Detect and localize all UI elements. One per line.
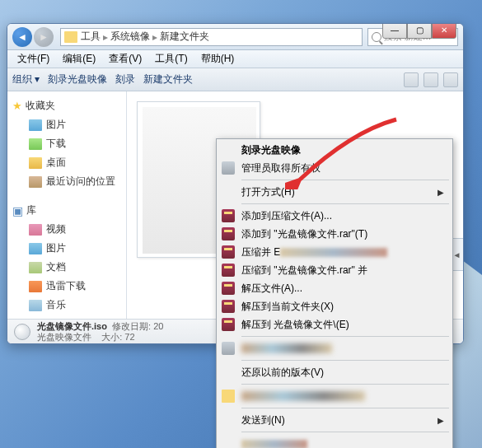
videos-icon [29, 224, 42, 236]
ctx-blur-2[interactable] [218, 387, 451, 405]
disc-icon [14, 324, 30, 340]
organize-button[interactable]: 组织 ▾ [12, 72, 40, 86]
shield-icon [222, 161, 235, 175]
rar-icon [222, 209, 235, 222]
sidebar-item-music[interactable]: 音乐 [7, 296, 126, 315]
ctx-restore[interactable]: 还原以前的版本(V) [218, 363, 451, 381]
toolbar: 组织 ▾ 刻录光盘映像 刻录 新建文件夹 [7, 68, 463, 91]
star-icon: ★ [12, 100, 22, 112]
search-icon [372, 32, 381, 42]
window-controls: — ▢ ✕ [382, 23, 456, 39]
rar-icon [222, 300, 235, 313]
preview-pane-icon[interactable] [424, 72, 438, 87]
new-folder-button[interactable]: 新建文件夹 [143, 72, 193, 86]
view-icon[interactable] [404, 72, 419, 87]
pictures-icon [29, 119, 42, 131]
menu-file[interactable]: 文件(F) [11, 52, 56, 66]
library-icon: ▣ [12, 204, 23, 217]
breadcrumb-p2[interactable]: 系统镜像 [110, 30, 150, 44]
rar-icon [222, 264, 235, 277]
sidebar-item-desktop[interactable]: 桌面 [7, 153, 126, 172]
ctx-extract-here[interactable]: 解压到当前文件夹(X) [218, 297, 451, 315]
sidebar-library-head[interactable]: ▣库 [7, 201, 126, 220]
blurred-text [241, 440, 307, 449]
menu-help[interactable]: 帮助(H) [194, 52, 241, 66]
burn-image-button[interactable]: 刻录光盘映像 [48, 72, 107, 86]
sidebar-favorites-head[interactable]: ★收藏夹 [7, 96, 126, 115]
sidebar-item-documents[interactable]: 文档 [7, 258, 126, 277]
ctx-open-with[interactable]: 打开方式(H)▶ [218, 183, 451, 201]
generic-icon [222, 342, 235, 355]
blurred-text [280, 248, 387, 257]
status-filetype: 光盘映像文件 [37, 332, 91, 342]
blurred-text [241, 343, 332, 353]
sidebar: ★收藏夹 图片 下载 桌面 最近访问的位置 ▣库 视频 图片 文档 迅雷下载 音… [7, 91, 127, 319]
pictures-icon [29, 243, 42, 254]
chevron-right-icon: ▶ [438, 188, 444, 197]
chevron-right-icon: ▶ [438, 416, 444, 425]
ctx-blur-3[interactable] [218, 435, 451, 448]
downloads-icon [29, 138, 42, 150]
context-menu: 刻录光盘映像 管理员取得所有权 打开方式(H)▶ 添加到压缩文件(A)... 添… [216, 138, 453, 448]
sidebar-item-downloads[interactable]: 下载 [7, 134, 126, 153]
ctx-add-rar[interactable]: 添加到 "光盘镜像文件.rar"(T) [218, 225, 451, 243]
burn-button[interactable]: 刻录 [115, 72, 135, 86]
sidebar-item-recent[interactable]: 最近访问的位置 [7, 172, 126, 191]
rar-icon [222, 245, 235, 259]
folder-icon [64, 31, 77, 43]
rar-icon [222, 318, 235, 331]
forward-button[interactable]: ► [34, 27, 54, 47]
maximize-button[interactable]: ▢ [407, 23, 432, 39]
ctx-blur-1[interactable] [218, 339, 451, 357]
ctx-extract-to[interactable]: 解压到 光盘镜像文件\(E) [218, 315, 451, 334]
menu-view[interactable]: 查看(V) [102, 52, 148, 66]
menu-edit[interactable]: 编辑(E) [56, 52, 102, 66]
help-icon[interactable] [443, 72, 458, 87]
rar-icon [222, 227, 235, 240]
ctx-add-archive[interactable]: 添加到压缩文件(A)... [218, 207, 451, 225]
desktop-icon [29, 157, 42, 169]
sidebar-item-pictures[interactable]: 图片 [7, 115, 126, 134]
ctx-send-to[interactable]: 发送到(N)▶ [218, 411, 451, 429]
xunlei-icon [29, 281, 42, 292]
blurred-text [241, 391, 365, 401]
breadcrumb-p3[interactable]: 新建文件夹 [160, 30, 209, 44]
back-button[interactable]: ◄ [12, 27, 32, 47]
menu-tools[interactable]: 工具(T) [148, 52, 194, 66]
rar-icon [222, 282, 235, 295]
ctx-admin[interactable]: 管理员取得所有权 [218, 159, 451, 177]
ctx-compress-e[interactable]: 压缩并 E [218, 243, 451, 261]
ctx-burn-image[interactable]: 刻录光盘映像 [218, 141, 451, 159]
minimize-button[interactable]: — [382, 23, 407, 39]
sidebar-item-xunlei[interactable]: 迅雷下载 [7, 277, 126, 296]
menubar: 文件(F) 编辑(E) 查看(V) 工具(T) 帮助(H) [7, 50, 463, 68]
address-bar[interactable]: 工具 ▸ 系统镜像 ▸ 新建文件夹 [60, 28, 363, 46]
folder-icon [222, 390, 235, 403]
ctx-compress-to[interactable]: 压缩到 "光盘镜像文件.rar" 并 [218, 261, 451, 279]
recent-icon [29, 176, 42, 188]
sidebar-item-lib-pictures[interactable]: 图片 [7, 239, 126, 258]
close-button[interactable]: ✕ [432, 23, 456, 39]
ctx-extract[interactable]: 解压文件(A)... [218, 279, 451, 297]
breadcrumb-p1[interactable]: 工具 [81, 30, 101, 44]
status-filename: 光盘镜像文件.iso [37, 321, 107, 331]
documents-icon [29, 262, 42, 273]
music-icon [29, 300, 42, 311]
sidebar-item-videos[interactable]: 视频 [7, 220, 126, 239]
